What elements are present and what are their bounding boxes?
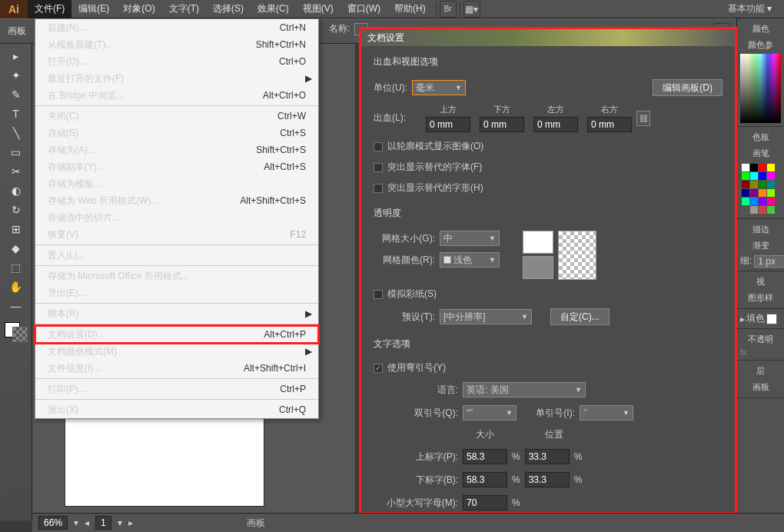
file-menu-dropdown: 新建(N)...Ctrl+N从模板新建(T)...Shift+Ctrl+N打开(… bbox=[35, 18, 319, 419]
glyph-sub-checkbox[interactable] bbox=[374, 184, 383, 193]
unit-label: 单位(U): bbox=[374, 81, 407, 95]
tab-color-guide[interactable]: 颜色参 bbox=[740, 38, 781, 52]
tab-view[interactable]: 视 bbox=[740, 274, 781, 289]
file-menu-item[interactable]: 关闭(C)Ctrl+W bbox=[35, 108, 318, 125]
bridge-icon[interactable]: Br bbox=[440, 1, 457, 18]
tool[interactable]: ▭ bbox=[7, 143, 25, 161]
tab-color[interactable]: 颜色 bbox=[740, 22, 781, 36]
file-menu-item[interactable]: 存储为模板... bbox=[35, 175, 318, 192]
link-bleed-icon[interactable]: ⛓ bbox=[636, 111, 650, 126]
right-panel-dock: 颜色颜色参 色板画笔 描边渐变细:1 px 视图形样 ▸填色 不透明fx. 层画… bbox=[736, 18, 784, 532]
file-menu-item[interactable]: 存储选中的切片... bbox=[35, 209, 318, 226]
menu-1[interactable]: 编辑(E) bbox=[71, 0, 116, 18]
file-menu-item[interactable]: 置入(L)... bbox=[35, 247, 318, 264]
superscript-pos-input[interactable] bbox=[525, 449, 570, 464]
document-settings-panel: 文档设置 出血和视图选项 单位(U): 毫米▼ 编辑画板(D) 出血(L): 上… bbox=[361, 29, 735, 512]
file-menu-item[interactable]: 存储为 Microsoft Office 所用格式... bbox=[35, 268, 318, 284]
file-menu-item[interactable]: 新建(N)...Ctrl+N bbox=[35, 19, 318, 36]
unit-select[interactable]: 毫米▼ bbox=[412, 80, 466, 95]
preview-white bbox=[523, 231, 553, 254]
file-menu-item[interactable]: 脚本(R)▶ bbox=[35, 305, 318, 322]
language-select[interactable]: 英语: 美国▼ bbox=[463, 382, 586, 397]
file-menu-item[interactable]: 存储为(A)...Shift+Ctrl+S bbox=[35, 141, 318, 158]
tool[interactable]: ⬚ bbox=[7, 258, 25, 277]
grid-size-select[interactable]: 中▼ bbox=[440, 231, 500, 246]
menu-3[interactable]: 文字(T) bbox=[162, 0, 206, 18]
single-quote-select[interactable]: ‘’▼ bbox=[580, 405, 633, 421]
file-menu-item[interactable]: 文档颜色模式(M)▶ bbox=[35, 343, 318, 360]
file-menu-item[interactable]: 打开(O)...Ctrl+O bbox=[35, 53, 318, 70]
superscript-size-input[interactable] bbox=[463, 449, 507, 464]
file-menu-item[interactable]: 最近打开的文件(F)▶ bbox=[35, 70, 318, 87]
file-menu-item: 恢复(V)F12 bbox=[35, 226, 318, 243]
zoom-display[interactable]: 66% bbox=[38, 516, 68, 530]
tool[interactable]: ✦ bbox=[7, 66, 25, 85]
menu-0[interactable]: 文件(F) bbox=[28, 0, 71, 18]
double-quote-select[interactable]: “”▼ bbox=[463, 405, 517, 421]
bleed-top-input[interactable] bbox=[426, 117, 470, 132]
swatches-grid[interactable] bbox=[740, 162, 781, 215]
menu-4[interactable]: 选择(S) bbox=[206, 0, 251, 18]
preview-gray bbox=[523, 256, 553, 279]
edit-artboard-button[interactable]: 编辑画板(D) bbox=[653, 79, 723, 96]
subscript-pos-input[interactable] bbox=[525, 472, 570, 487]
page-display[interactable]: 1 bbox=[95, 516, 111, 530]
tool[interactable]: ✂ bbox=[7, 162, 25, 181]
tab-opacity[interactable]: 不透明 bbox=[740, 332, 781, 347]
menu-8[interactable]: 帮助(H) bbox=[387, 0, 433, 18]
color-picker[interactable] bbox=[740, 54, 781, 123]
tool[interactable]: — bbox=[7, 297, 25, 315]
tab-graphic-styles[interactable]: 图形样 bbox=[740, 291, 781, 305]
file-menu-item[interactable]: 文件信息(I)...Alt+Shift+Ctrl+I bbox=[35, 360, 318, 377]
file-menu-item[interactable]: 文档设置(D)...Alt+Ctrl+P bbox=[35, 326, 318, 343]
grid-color-select[interactable]: 浅色▼ bbox=[440, 252, 500, 268]
outline-checkbox[interactable] bbox=[374, 142, 383, 151]
tool[interactable]: ⊞ bbox=[7, 220, 25, 238]
tab-stroke[interactable]: 描边 bbox=[740, 222, 781, 237]
workspace-selector[interactable]: 基本功能 ▾ bbox=[720, 0, 779, 18]
curly-quotes-checkbox[interactable]: ✓ bbox=[374, 364, 383, 373]
bleed-right-input[interactable] bbox=[587, 117, 632, 132]
transparency-section-title: 透明度 bbox=[374, 207, 723, 220]
file-menu-item[interactable]: 存储(S)Ctrl+S bbox=[35, 125, 318, 141]
simulate-paper-checkbox[interactable] bbox=[374, 290, 383, 299]
tool[interactable]: ✋ bbox=[7, 278, 25, 296]
tab-artboards[interactable]: 画板 bbox=[740, 380, 781, 394]
tool[interactable]: ✎ bbox=[7, 85, 25, 104]
bleed-left-input[interactable] bbox=[533, 117, 578, 132]
status-bar: 66%▾ ◂1▾▸ 画板 bbox=[32, 513, 784, 532]
file-menu-item[interactable]: 退出(X)Ctrl+Q bbox=[35, 401, 318, 418]
bleed-bottom-input[interactable] bbox=[480, 117, 524, 132]
file-menu-item[interactable]: 导出(E)... bbox=[35, 284, 318, 301]
panel-title: 文档设置 bbox=[361, 29, 735, 46]
tab-brushes[interactable]: 画笔 bbox=[740, 146, 781, 161]
small-caps-input[interactable] bbox=[463, 495, 507, 510]
menu-6[interactable]: 视图(V) bbox=[296, 0, 341, 18]
tab-swatches[interactable]: 色板 bbox=[740, 130, 781, 145]
font-sub-checkbox[interactable] bbox=[374, 163, 383, 172]
menu-7[interactable]: 窗口(W) bbox=[341, 0, 387, 18]
file-menu-item[interactable]: 在 Bridge 中浏览...Alt+Ctrl+O bbox=[35, 87, 318, 104]
tool[interactable]: ▸ bbox=[7, 47, 25, 65]
file-menu-item[interactable]: 打印(P)...Ctrl+P bbox=[35, 381, 318, 397]
tool[interactable]: ↻ bbox=[7, 201, 25, 219]
file-menu-item[interactable]: 从模板新建(T)...Shift+Ctrl+N bbox=[35, 36, 318, 53]
custom-button[interactable]: 自定(C)... bbox=[550, 308, 610, 325]
file-menu-item[interactable]: 存储为 Web 所用格式(W)...Alt+Shift+Ctrl+S bbox=[35, 192, 318, 209]
fill-stroke-swatch[interactable] bbox=[5, 322, 28, 342]
preset-select[interactable]: [中分辨率]▼ bbox=[440, 309, 532, 324]
menu-2[interactable]: 对象(O) bbox=[116, 0, 161, 18]
tool[interactable]: ◐ bbox=[7, 181, 25, 200]
tab-layers[interactable]: 层 bbox=[740, 364, 781, 378]
tool[interactable]: ╲ bbox=[7, 124, 25, 142]
menu-5[interactable]: 效果(C) bbox=[251, 0, 296, 18]
bleed-label: 出血(L): bbox=[374, 111, 417, 125]
name-label: 名称: bbox=[329, 22, 350, 35]
tool[interactable]: ◆ bbox=[7, 239, 25, 258]
subscript-size-input[interactable] bbox=[463, 472, 507, 487]
layout-icon[interactable]: ▦▾ bbox=[463, 1, 480, 18]
tool[interactable]: T bbox=[7, 105, 25, 123]
tab-gradient[interactable]: 渐变 bbox=[740, 238, 781, 253]
text-section-title: 文字选项 bbox=[374, 337, 723, 351]
file-menu-item[interactable]: 存储副本(Y)...Alt+Ctrl+S bbox=[35, 158, 318, 175]
